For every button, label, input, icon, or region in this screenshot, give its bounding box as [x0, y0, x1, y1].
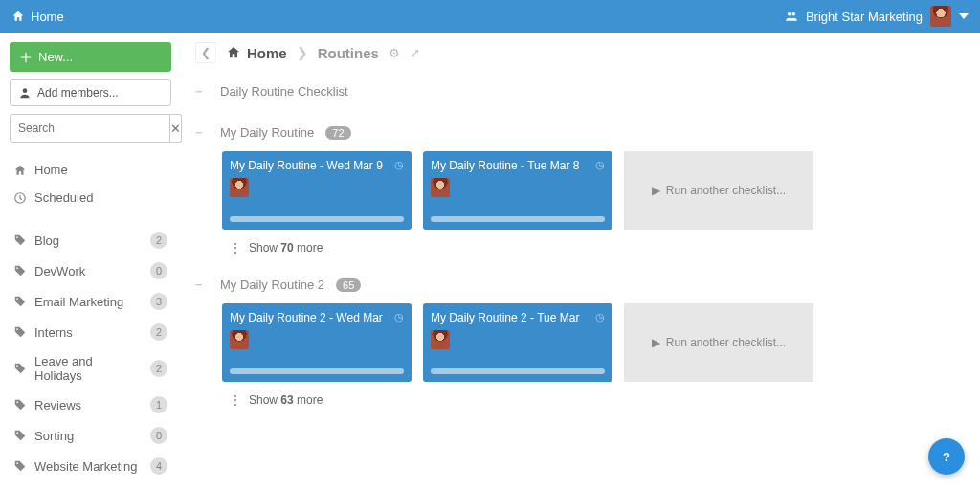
add-members-label: Add members... [37, 86, 119, 100]
nav-label: Leave and Holidays [34, 354, 143, 383]
tag-icon [13, 429, 27, 442]
new-button[interactable]: New... [10, 42, 171, 72]
breadcrumb-routines[interactable]: Routines [318, 45, 379, 61]
search-input[interactable] [10, 114, 170, 143]
svg-point-2 [23, 88, 28, 93]
nav-tag[interactable]: Leave and Holidays2 [10, 347, 171, 390]
clock-icon: ◷ [595, 159, 605, 171]
nav-label: Blog [34, 234, 143, 248]
count-badge: 2 [150, 323, 167, 341]
card-title: My Daily Routine 2 - Tue Mar [431, 311, 605, 324]
nav-tag[interactable]: Interns2 [10, 317, 171, 347]
nav-label: Home [34, 163, 167, 177]
card-title: My Daily Routine - Wed Mar 9 [230, 159, 404, 172]
progress-bar [431, 368, 605, 374]
nav-scheduled[interactable]: Scheduled [10, 184, 171, 212]
breadcrumb-back[interactable]: ❮ [195, 42, 216, 63]
close-icon: ✕ [170, 122, 181, 136]
show-more-label: Show 70 more [249, 241, 323, 255]
avatar [230, 178, 249, 197]
nav-label: Sorting [34, 429, 143, 443]
run-label: Run another checklist... [666, 184, 786, 197]
tag-icon [13, 362, 27, 375]
add-members-button[interactable]: Add members... [10, 79, 171, 106]
tag-icon [13, 234, 27, 247]
progress-bar [230, 368, 404, 374]
show-more-label: Show 63 more [249, 393, 323, 407]
home-icon [13, 164, 27, 177]
nav-label: Interns [34, 325, 143, 340]
svg-point-11 [16, 462, 18, 464]
sidebar: New... Add members... ✕ Home Scheduled B… [0, 33, 182, 490]
section-header[interactable]: −My Daily Routine72 [195, 120, 967, 151]
nav-label: DevWork [34, 264, 143, 278]
svg-point-9 [16, 401, 18, 403]
card-title: My Daily Routine - Tue Mar 8 [431, 159, 605, 172]
org-icon [785, 10, 798, 23]
svg-point-8 [16, 365, 18, 367]
section-header[interactable]: −My Daily Routine 265 [195, 272, 967, 303]
tag-icon [13, 325, 27, 339]
nav-tag[interactable]: Reviews1 [10, 390, 171, 420]
topbar-home-link[interactable]: Home [11, 10, 64, 24]
help-fab[interactable]: ? [928, 438, 965, 475]
help-icon: ? [943, 450, 950, 464]
nav-tag[interactable]: Email Marketing3 [10, 286, 171, 317]
nav-tag[interactable]: DevWork0 [10, 256, 171, 286]
count-badge: 1 [150, 396, 167, 413]
avatar [431, 178, 450, 197]
main-content: ❮ Home ❯ Routines ⚙ ⤢ −Daily Routine Che… [182, 33, 980, 490]
nav-tag[interactable]: Sorting0 [10, 420, 171, 451]
home-icon [11, 10, 25, 23]
run-label: Run another checklist... [666, 336, 786, 349]
nav-tags: Blog2DevWork0Email Marketing3Interns2Lea… [10, 225, 171, 481]
breadcrumb-home[interactable]: Home [226, 45, 287, 61]
svg-point-0 [788, 12, 791, 15]
section-title: Daily Routine Checklist [220, 84, 348, 99]
section-title: My Daily Routine 2 [220, 278, 324, 292]
collapse-icon: − [195, 125, 209, 140]
new-label: New... [38, 50, 73, 64]
section-count: 65 [336, 278, 361, 292]
count-badge: 2 [150, 232, 167, 249]
nav-label: Reviews [34, 398, 143, 412]
section-count: 72 [325, 126, 350, 140]
tag-icon [13, 398, 27, 412]
run-checklist-button[interactable]: ▶Run another checklist... [624, 151, 813, 230]
nav-label: Email Marketing [34, 295, 143, 309]
nav-tag[interactable]: Website Marketing4 [10, 451, 171, 481]
play-icon: ▶ [652, 336, 660, 349]
clock-icon: ◷ [394, 159, 404, 171]
chevron-left-icon: ❮ [201, 46, 211, 59]
nav-home[interactable]: Home [10, 156, 171, 184]
collapse-icon: − [195, 278, 209, 292]
avatar [230, 330, 249, 349]
search-clear-button[interactable]: ✕ [170, 114, 182, 143]
expand-icon[interactable]: ⤢ [410, 46, 420, 60]
avatar[interactable] [930, 6, 951, 27]
tag-icon [13, 295, 27, 308]
checklist-card[interactable]: My Daily Routine 2 - Tue Mar◷ [423, 303, 612, 382]
section-title: My Daily Routine [220, 125, 314, 140]
nav-label: Scheduled [34, 190, 167, 205]
gear-icon[interactable]: ⚙ [389, 46, 400, 60]
plus-icon [19, 51, 33, 64]
checklist-card[interactable]: My Daily Routine - Tue Mar 8◷ [423, 151, 612, 230]
svg-point-7 [16, 328, 18, 330]
section-header[interactable]: −Daily Routine Checklist [195, 78, 967, 110]
checklist-card[interactable]: My Daily Routine 2 - Wed Mar◷ [222, 303, 412, 382]
nav-tag[interactable]: Blog2 [10, 225, 171, 256]
checklist-card[interactable]: My Daily Routine - Wed Mar 9◷ [222, 151, 412, 230]
progress-bar [431, 216, 605, 222]
show-more[interactable]: ⋮Show 70 more [195, 230, 967, 262]
card-title: My Daily Routine 2 - Wed Mar [230, 311, 404, 324]
nav-label: Website Marketing [34, 459, 143, 474]
more-icon: ⋮ [230, 241, 241, 255]
show-more[interactable]: ⋮Show 63 more [195, 382, 967, 414]
org-name[interactable]: Bright Star Marketing [806, 10, 923, 24]
nav-primary: Home Scheduled [10, 156, 171, 212]
run-checklist-button[interactable]: ▶Run another checklist... [624, 303, 813, 382]
clock-icon: ◷ [595, 311, 605, 323]
avatar [431, 330, 450, 349]
caret-down-icon[interactable] [959, 10, 969, 23]
